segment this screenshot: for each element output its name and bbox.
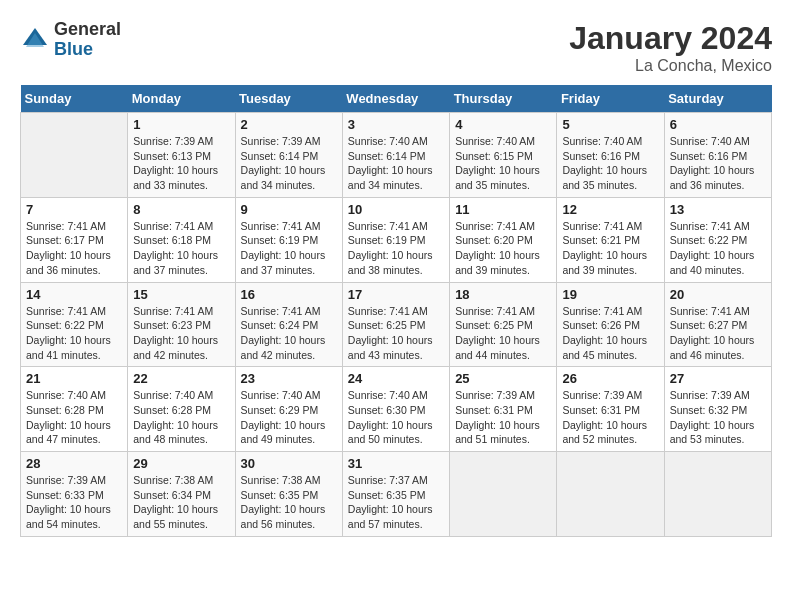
- day-number: 1: [133, 117, 229, 132]
- logo-icon: [20, 25, 50, 55]
- day-number: 31: [348, 456, 444, 471]
- day-number: 2: [241, 117, 337, 132]
- day-info: Sunrise: 7:40 AMSunset: 6:16 PMDaylight:…: [562, 134, 658, 193]
- day-info: Sunrise: 7:38 AMSunset: 6:35 PMDaylight:…: [241, 473, 337, 532]
- day-number: 21: [26, 371, 122, 386]
- day-header-thursday: Thursday: [450, 85, 557, 113]
- day-info: Sunrise: 7:39 AMSunset: 6:31 PMDaylight:…: [562, 388, 658, 447]
- calendar-cell: 3Sunrise: 7:40 AMSunset: 6:14 PMDaylight…: [342, 113, 449, 198]
- day-number: 6: [670, 117, 766, 132]
- day-number: 14: [26, 287, 122, 302]
- calendar-cell: 30Sunrise: 7:38 AMSunset: 6:35 PMDayligh…: [235, 452, 342, 537]
- day-header-sunday: Sunday: [21, 85, 128, 113]
- day-info: Sunrise: 7:39 AMSunset: 6:31 PMDaylight:…: [455, 388, 551, 447]
- calendar-cell: 15Sunrise: 7:41 AMSunset: 6:23 PMDayligh…: [128, 282, 235, 367]
- logo-blue: Blue: [54, 40, 121, 60]
- calendar-cell: 28Sunrise: 7:39 AMSunset: 6:33 PMDayligh…: [21, 452, 128, 537]
- day-info: Sunrise: 7:41 AMSunset: 6:22 PMDaylight:…: [26, 304, 122, 363]
- day-number: 8: [133, 202, 229, 217]
- day-number: 5: [562, 117, 658, 132]
- day-info: Sunrise: 7:41 AMSunset: 6:20 PMDaylight:…: [455, 219, 551, 278]
- day-info: Sunrise: 7:41 AMSunset: 6:21 PMDaylight:…: [562, 219, 658, 278]
- calendar-cell: 11Sunrise: 7:41 AMSunset: 6:20 PMDayligh…: [450, 197, 557, 282]
- day-info: Sunrise: 7:39 AMSunset: 6:13 PMDaylight:…: [133, 134, 229, 193]
- day-number: 9: [241, 202, 337, 217]
- day-number: 13: [670, 202, 766, 217]
- day-info: Sunrise: 7:41 AMSunset: 6:25 PMDaylight:…: [455, 304, 551, 363]
- day-number: 20: [670, 287, 766, 302]
- calendar-cell: 4Sunrise: 7:40 AMSunset: 6:15 PMDaylight…: [450, 113, 557, 198]
- day-number: 17: [348, 287, 444, 302]
- day-number: 25: [455, 371, 551, 386]
- week-row: 1Sunrise: 7:39 AMSunset: 6:13 PMDaylight…: [21, 113, 772, 198]
- calendar-cell: 31Sunrise: 7:37 AMSunset: 6:35 PMDayligh…: [342, 452, 449, 537]
- day-info: Sunrise: 7:41 AMSunset: 6:17 PMDaylight:…: [26, 219, 122, 278]
- day-number: 30: [241, 456, 337, 471]
- calendar-cell: 13Sunrise: 7:41 AMSunset: 6:22 PMDayligh…: [664, 197, 771, 282]
- day-info: Sunrise: 7:39 AMSunset: 6:32 PMDaylight:…: [670, 388, 766, 447]
- day-number: 24: [348, 371, 444, 386]
- calendar-cell: 1Sunrise: 7:39 AMSunset: 6:13 PMDaylight…: [128, 113, 235, 198]
- calendar-cell: [664, 452, 771, 537]
- day-info: Sunrise: 7:40 AMSunset: 6:30 PMDaylight:…: [348, 388, 444, 447]
- day-number: 11: [455, 202, 551, 217]
- day-number: 7: [26, 202, 122, 217]
- day-number: 29: [133, 456, 229, 471]
- header-row: SundayMondayTuesdayWednesdayThursdayFrid…: [21, 85, 772, 113]
- calendar-cell: 8Sunrise: 7:41 AMSunset: 6:18 PMDaylight…: [128, 197, 235, 282]
- day-number: 28: [26, 456, 122, 471]
- day-info: Sunrise: 7:41 AMSunset: 6:24 PMDaylight:…: [241, 304, 337, 363]
- calendar-cell: 5Sunrise: 7:40 AMSunset: 6:16 PMDaylight…: [557, 113, 664, 198]
- title-block: January 2024 La Concha, Mexico: [569, 20, 772, 75]
- day-number: 26: [562, 371, 658, 386]
- calendar-cell: 29Sunrise: 7:38 AMSunset: 6:34 PMDayligh…: [128, 452, 235, 537]
- day-info: Sunrise: 7:41 AMSunset: 6:19 PMDaylight:…: [241, 219, 337, 278]
- calendar-cell: 25Sunrise: 7:39 AMSunset: 6:31 PMDayligh…: [450, 367, 557, 452]
- logo: General Blue: [20, 20, 121, 60]
- day-number: 27: [670, 371, 766, 386]
- day-header-wednesday: Wednesday: [342, 85, 449, 113]
- calendar-cell: [21, 113, 128, 198]
- calendar-cell: 12Sunrise: 7:41 AMSunset: 6:21 PMDayligh…: [557, 197, 664, 282]
- calendar-cell: 24Sunrise: 7:40 AMSunset: 6:30 PMDayligh…: [342, 367, 449, 452]
- calendar-cell: 18Sunrise: 7:41 AMSunset: 6:25 PMDayligh…: [450, 282, 557, 367]
- day-info: Sunrise: 7:41 AMSunset: 6:18 PMDaylight:…: [133, 219, 229, 278]
- day-info: Sunrise: 7:41 AMSunset: 6:25 PMDaylight:…: [348, 304, 444, 363]
- day-number: 23: [241, 371, 337, 386]
- day-number: 22: [133, 371, 229, 386]
- day-info: Sunrise: 7:40 AMSunset: 6:14 PMDaylight:…: [348, 134, 444, 193]
- calendar-cell: 10Sunrise: 7:41 AMSunset: 6:19 PMDayligh…: [342, 197, 449, 282]
- logo-general: General: [54, 20, 121, 40]
- day-info: Sunrise: 7:40 AMSunset: 6:15 PMDaylight:…: [455, 134, 551, 193]
- page-header: General Blue January 2024 La Concha, Mex…: [20, 20, 772, 75]
- day-info: Sunrise: 7:38 AMSunset: 6:34 PMDaylight:…: [133, 473, 229, 532]
- day-number: 3: [348, 117, 444, 132]
- calendar-cell: 7Sunrise: 7:41 AMSunset: 6:17 PMDaylight…: [21, 197, 128, 282]
- calendar-cell: [450, 452, 557, 537]
- day-info: Sunrise: 7:41 AMSunset: 6:22 PMDaylight:…: [670, 219, 766, 278]
- day-info: Sunrise: 7:39 AMSunset: 6:14 PMDaylight:…: [241, 134, 337, 193]
- day-number: 10: [348, 202, 444, 217]
- day-info: Sunrise: 7:41 AMSunset: 6:26 PMDaylight:…: [562, 304, 658, 363]
- day-info: Sunrise: 7:40 AMSunset: 6:29 PMDaylight:…: [241, 388, 337, 447]
- week-row: 7Sunrise: 7:41 AMSunset: 6:17 PMDaylight…: [21, 197, 772, 282]
- day-header-monday: Monday: [128, 85, 235, 113]
- day-header-friday: Friday: [557, 85, 664, 113]
- main-title: January 2024: [569, 20, 772, 57]
- day-info: Sunrise: 7:41 AMSunset: 6:23 PMDaylight:…: [133, 304, 229, 363]
- day-info: Sunrise: 7:39 AMSunset: 6:33 PMDaylight:…: [26, 473, 122, 532]
- day-header-tuesday: Tuesday: [235, 85, 342, 113]
- day-info: Sunrise: 7:41 AMSunset: 6:27 PMDaylight:…: [670, 304, 766, 363]
- calendar-cell: 21Sunrise: 7:40 AMSunset: 6:28 PMDayligh…: [21, 367, 128, 452]
- calendar-cell: 2Sunrise: 7:39 AMSunset: 6:14 PMDaylight…: [235, 113, 342, 198]
- calendar-cell: 22Sunrise: 7:40 AMSunset: 6:28 PMDayligh…: [128, 367, 235, 452]
- day-info: Sunrise: 7:40 AMSunset: 6:28 PMDaylight:…: [133, 388, 229, 447]
- subtitle: La Concha, Mexico: [569, 57, 772, 75]
- calendar-cell: 17Sunrise: 7:41 AMSunset: 6:25 PMDayligh…: [342, 282, 449, 367]
- day-number: 4: [455, 117, 551, 132]
- day-number: 15: [133, 287, 229, 302]
- week-row: 21Sunrise: 7:40 AMSunset: 6:28 PMDayligh…: [21, 367, 772, 452]
- calendar-cell: 27Sunrise: 7:39 AMSunset: 6:32 PMDayligh…: [664, 367, 771, 452]
- logo-text: General Blue: [54, 20, 121, 60]
- day-info: Sunrise: 7:40 AMSunset: 6:16 PMDaylight:…: [670, 134, 766, 193]
